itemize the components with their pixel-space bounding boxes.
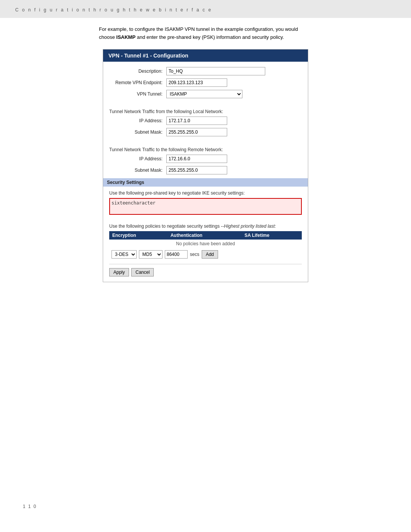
local-network-title: Tunnel Network Traffic from the followin… [109, 109, 302, 114]
remote-vpn-input[interactable] [166, 78, 227, 87]
add-button[interactable]: Add [202, 250, 218, 259]
remote-mask-input[interactable] [166, 166, 227, 174]
local-ip-label: IP Address: [109, 118, 166, 123]
local-mask-row: Subnet Mask: [109, 128, 302, 136]
panel-title: VPN - Tunnel #1 - Configuration [108, 53, 188, 59]
policies-table: Encryption Authentication SA Lifetime No… [109, 231, 302, 248]
remote-vpn-label: Remote VPN Endpoint: [109, 80, 166, 85]
lifetime-input[interactable] [165, 250, 188, 259]
local-mask-input[interactable] [166, 128, 227, 136]
vpn-panel: VPN - Tunnel #1 - Configuration Descript… [103, 49, 308, 282]
local-ip-row: IP Address: [109, 117, 302, 125]
remote-ip-row: IP Address: [109, 155, 302, 163]
remote-vpn-row: Remote VPN Endpoint: [109, 78, 302, 87]
security-settings-bar: Security Settings [103, 178, 308, 187]
remote-network-title: Tunnel Network Traffic to the following … [109, 147, 302, 152]
col-sa-lifetime: SA Lifetime [241, 231, 302, 240]
psk-label: Use the following pre-shared key to nego… [109, 190, 302, 196]
add-policy-row: 3-DES DES AES MD5 SHA1 secs Add [109, 250, 302, 259]
intro-text: For example, to configure the ISAKMP VPN… [91, 26, 320, 42]
vpn-panel-body: Description: Remote VPN Endpoint: VPN Tu… [103, 62, 308, 282]
intro-text-after: and enter the pre-shared key (PSK) infor… [135, 34, 284, 40]
secs-label: secs [190, 252, 199, 257]
description-label: Description: [109, 69, 166, 74]
remote-mask-row: Subnet Mask: [109, 166, 302, 174]
vpn-panel-header: VPN - Tunnel #1 - Configuration [103, 50, 308, 62]
encryption-select[interactable]: 3-DES DES AES [112, 250, 137, 259]
vpn-tunnel-select[interactable]: ISAKMP Manual [166, 90, 242, 98]
vpn-tunnel-row: VPN Tunnel: ISAKMP Manual [109, 90, 302, 98]
no-policies-text: No policies have been added [109, 240, 302, 248]
remote-ip-input[interactable] [166, 155, 227, 163]
col-encryption: Encryption [109, 231, 167, 240]
remote-ip-label: IP Address: [109, 156, 166, 161]
description-input[interactable] [166, 67, 265, 75]
cancel-button[interactable]: Cancel [131, 268, 154, 276]
col-auth: Authentication [167, 231, 241, 240]
policies-italic: Highest priority listed last: [224, 224, 276, 229]
description-row: Description: [109, 67, 302, 75]
psk-input[interactable]: sixteencharacter [109, 198, 302, 215]
no-policies-row: No policies have been added [109, 240, 302, 248]
page-header-bar: C o n f i g u r a t i o n t h r o u g h … [0, 0, 411, 18]
page-number: 1 1 0 [23, 504, 37, 509]
apply-button[interactable]: Apply [109, 268, 129, 276]
local-ip-input[interactable] [166, 117, 227, 125]
local-mask-label: Subnet Mask: [109, 129, 166, 135]
auth-select[interactable]: MD5 SHA1 [139, 250, 162, 259]
header-label: C o n f i g u r a t i o n t h r o u g h … [15, 7, 212, 13]
button-row: Apply Cancel [109, 264, 302, 276]
security-settings-label: Security Settings [107, 180, 144, 185]
vpn-tunnel-label: VPN Tunnel: [109, 91, 166, 97]
policies-label: Use the following policies to negotiate … [109, 224, 302, 229]
remote-mask-label: Subnet Mask: [109, 168, 166, 173]
policies-text: Use the following policies to negotiate … [109, 224, 224, 229]
intro-bold: ISAKMP [116, 34, 136, 40]
